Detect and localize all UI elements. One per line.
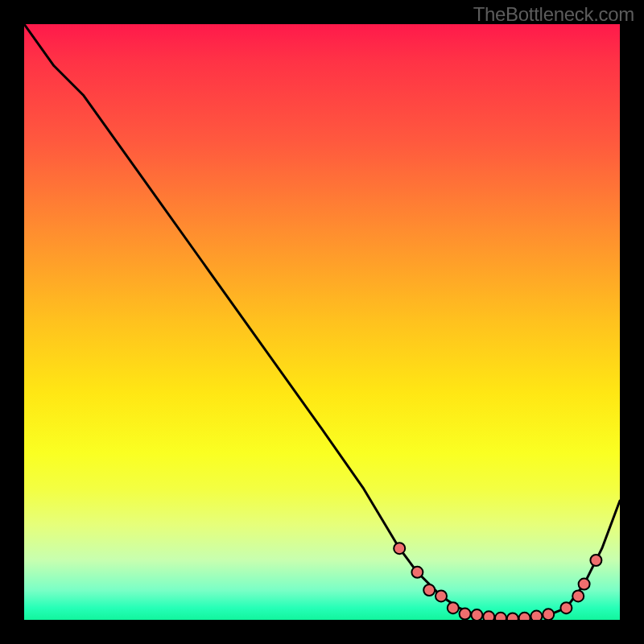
- curve-marker: [411, 567, 423, 578]
- curve-marker: [530, 611, 542, 620]
- curve-marker: [448, 602, 459, 613]
- chart-overlay: [24, 24, 620, 620]
- curve-marker: [560, 602, 572, 613]
- curve-marker: [519, 613, 530, 620]
- curve-marker: [572, 590, 584, 601]
- watermark-label: TheBottleneck.com: [473, 3, 634, 26]
- curve-marker: [423, 584, 435, 596]
- chart-frame: TheBottleneck.com: [0, 0, 644, 644]
- curve-marker: [471, 609, 482, 620]
- curve-marker: [579, 579, 590, 590]
- curve-marker: [507, 613, 518, 621]
- curve-marker: [590, 555, 601, 566]
- curve-marker: [394, 543, 405, 554]
- plot-area: [24, 24, 620, 620]
- bottleneck-curve: [24, 24, 620, 619]
- curve-marker: [460, 609, 471, 620]
- curve-marker: [543, 609, 554, 620]
- curve-marker: [436, 590, 447, 601]
- curve-path: [24, 24, 620, 619]
- curve-marker: [495, 613, 506, 620]
- curve-marker: [483, 611, 494, 620]
